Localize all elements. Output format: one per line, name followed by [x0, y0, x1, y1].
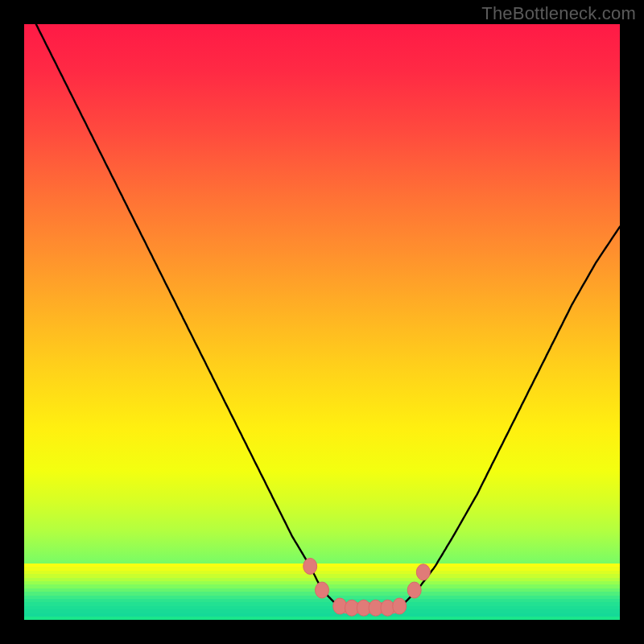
data-marker: [303, 558, 317, 574]
plot-area: [24, 24, 620, 620]
watermark-text: TheBottleneck.com: [481, 3, 636, 24]
data-marker: [316, 582, 329, 598]
bottleneck-curve: [36, 24, 620, 608]
data-marker: [407, 582, 421, 598]
data-marker: [393, 598, 407, 614]
data-marker: [333, 598, 347, 614]
curve-layer: [24, 24, 620, 620]
data-marker: [416, 564, 430, 580]
data-marker: [381, 600, 394, 616]
chart-stage: TheBottleneck.com: [0, 0, 644, 644]
